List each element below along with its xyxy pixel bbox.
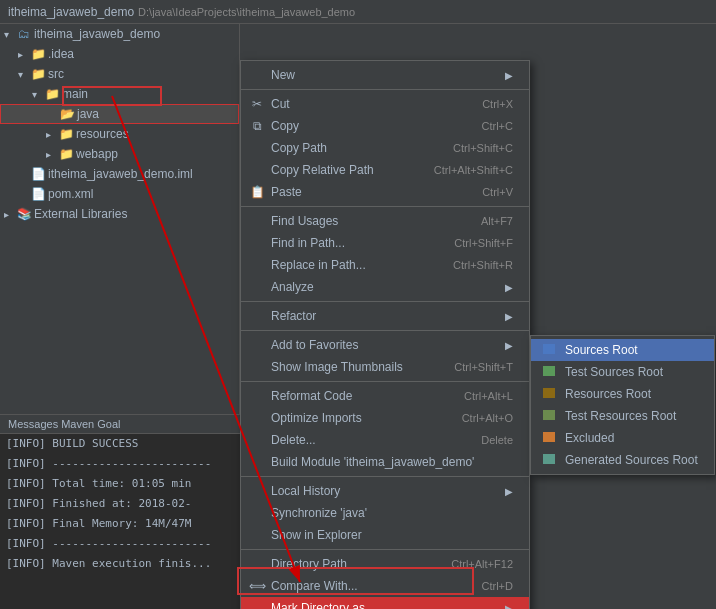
tree-item-resources[interactable]: ▸📁resources (0, 124, 239, 144)
menu-item-label: Copy Path (271, 141, 433, 155)
lib-icon: 📚 (16, 207, 32, 221)
menu-item-copy-relative[interactable]: Copy Relative PathCtrl+Alt+Shift+C (241, 159, 529, 181)
menu-item-show-explorer[interactable]: Show in Explorer (241, 524, 529, 546)
svg-rect-2 (543, 388, 555, 398)
menu-item-replace-in-path[interactable]: Replace in Path...Ctrl+Shift+R (241, 254, 529, 276)
test-sources-root-icon (543, 365, 559, 379)
tree-label: java (77, 107, 99, 121)
submenu-label: Excluded (565, 431, 614, 445)
menu-item-paste[interactable]: 📋PasteCtrl+V (241, 181, 529, 203)
menu-item-shortcut: Ctrl+Alt+O (462, 412, 513, 424)
tree-item-external[interactable]: ▸📚External Libraries (0, 204, 239, 224)
folder-icon: 📁 (58, 147, 74, 161)
submenu-label: Generated Sources Root (565, 453, 698, 467)
project-icon: 🗂 (16, 27, 32, 41)
menu-item-shortcut: Ctrl+Shift+R (453, 259, 513, 271)
submenu-arrow-icon: ▶ (505, 282, 513, 293)
tree-item-iml[interactable]: 📄itheima_javaweb_demo.iml (0, 164, 239, 184)
menu-item-analyze[interactable]: Analyze▶ (241, 276, 529, 298)
menu-item-reformat[interactable]: Reformat CodeCtrl+Alt+L (241, 385, 529, 407)
menu-separator (241, 330, 529, 331)
tree-item-pom[interactable]: 📄pom.xml (0, 184, 239, 204)
compare-with-icon: ⟺ (249, 579, 265, 593)
menu-item-copy[interactable]: ⧉CopyCtrl+C (241, 115, 529, 137)
menu-separator (241, 381, 529, 382)
project-name: itheima_javaweb_demo (8, 5, 134, 19)
tree-item-java[interactable]: 📂java (0, 104, 239, 124)
menu-item-label: Local History (271, 484, 505, 498)
submenu-label: Resources Root (565, 387, 651, 401)
tree-item-webapp[interactable]: ▸📁webapp (0, 144, 239, 164)
menu-item-label: Compare With... (271, 579, 462, 593)
menu-item-shortcut: Ctrl+Shift+T (454, 361, 513, 373)
menu-item-find-in-path[interactable]: Find in Path...Ctrl+Shift+F (241, 232, 529, 254)
submenu-item-resources-root[interactable]: Resources Root (531, 383, 714, 405)
menu-item-find-usages[interactable]: Find UsagesAlt+F7 (241, 210, 529, 232)
submenu-item-test-sources-root[interactable]: Test Sources Root (531, 361, 714, 383)
submenu-arrow-icon: ▶ (505, 311, 513, 322)
cut-icon: ✂ (249, 97, 265, 111)
menu-item-new[interactable]: New▶ (241, 64, 529, 86)
tree-label: main (62, 87, 88, 101)
tree-container: ▾🗂itheima_javaweb_demo▸📁.idea▾📁src▾📁main… (0, 24, 239, 224)
log-container: [INFO] BUILD SUCCESS[INFO] -------------… (0, 434, 240, 574)
menu-item-shortcut: Ctrl+Alt+F12 (451, 558, 513, 570)
menu-item-label: Cut (271, 97, 462, 111)
submenu-label: Sources Root (565, 343, 638, 357)
submenu-arrow-icon: ▶ (505, 603, 513, 610)
menu-item-cut[interactable]: ✂CutCtrl+X (241, 93, 529, 115)
menu-item-local-history[interactable]: Local History▶ (241, 480, 529, 502)
tree-item-src[interactable]: ▾📁src (0, 64, 239, 84)
copy-icon: ⧉ (249, 119, 265, 133)
menu-item-optimize-imports[interactable]: Optimize ImportsCtrl+Alt+O (241, 407, 529, 429)
menu-item-add-favorites[interactable]: Add to Favorites▶ (241, 334, 529, 356)
title-bar: itheima_javaweb_demo D:\java\IdeaProject… (0, 0, 716, 24)
submenu-arrow-icon: ▶ (505, 70, 513, 81)
menu-item-compare-with[interactable]: ⟺Compare With...Ctrl+D (241, 575, 529, 597)
menu-item-label: Show Image Thumbnails (271, 360, 434, 374)
excluded-icon (543, 431, 559, 445)
tree-label: resources (76, 127, 129, 141)
menu-item-directory-path[interactable]: Directory PathCtrl+Alt+F12 (241, 553, 529, 575)
menu-item-delete[interactable]: Delete...Delete (241, 429, 529, 451)
menu-item-synchronize[interactable]: Synchronize 'java' (241, 502, 529, 524)
menu-item-copy-path[interactable]: Copy PathCtrl+Shift+C (241, 137, 529, 159)
menu-item-label: Synchronize 'java' (271, 506, 513, 520)
submenu: Sources RootTest Sources RootResources R… (530, 335, 715, 475)
menu-item-shortcut: Ctrl+C (482, 120, 513, 132)
menu-item-label: Refactor (271, 309, 505, 323)
menu-item-label: Find in Path... (271, 236, 434, 250)
submenu-item-sources-root[interactable]: Sources Root (531, 339, 714, 361)
ide-window: itheima_javaweb_demo D:\java\IdeaProject… (0, 0, 716, 609)
menu-item-show-thumbnails[interactable]: Show Image ThumbnailsCtrl+Shift+T (241, 356, 529, 378)
tree-item-main[interactable]: ▾📁main (0, 84, 239, 104)
submenu-item-generated-sources[interactable]: Generated Sources Root (531, 449, 714, 471)
submenu-item-excluded[interactable]: Excluded (531, 427, 714, 449)
sources-root-icon (543, 343, 559, 357)
tree-item-idea[interactable]: ▸📁.idea (0, 44, 239, 64)
maven-icon: 📄 (30, 187, 46, 201)
context-menu: New▶✂CutCtrl+X⧉CopyCtrl+CCopy PathCtrl+S… (240, 60, 530, 609)
menu-item-mark-directory[interactable]: Mark Directory as▶ (241, 597, 529, 609)
folder-icon: 📁 (30, 47, 46, 61)
menu-item-build-module[interactable]: Build Module 'itheima_javaweb_demo' (241, 451, 529, 473)
menu-item-shortcut: Ctrl+Alt+L (464, 390, 513, 402)
submenu-item-test-resources-root[interactable]: Test Resources Root (531, 405, 714, 427)
folder-icon: 📁 (44, 87, 60, 101)
menu-item-label: New (271, 68, 505, 82)
project-path: D:\java\IdeaProjects\itheima_javaweb_dem… (138, 6, 355, 18)
tree-item-project-root[interactable]: ▾🗂itheima_javaweb_demo (0, 24, 239, 44)
log-line: [INFO] Maven execution finis... (0, 554, 240, 574)
menu-item-refactor[interactable]: Refactor▶ (241, 305, 529, 327)
log-line: [INFO] ------------------------ (0, 454, 240, 474)
log-line: [INFO] BUILD SUCCESS (0, 434, 240, 454)
tree-label: src (48, 67, 64, 81)
log-line: [INFO] ------------------------ (0, 534, 240, 554)
xml-icon: 📄 (30, 167, 46, 181)
menu-item-label: Find Usages (271, 214, 461, 228)
menu-item-label: Mark Directory as (271, 601, 505, 609)
menu-separator (241, 206, 529, 207)
menu-separator (241, 476, 529, 477)
bottom-panel: Messages Maven Goal [INFO] BUILD SUCCESS… (0, 414, 240, 609)
submenu-arrow-icon: ▶ (505, 486, 513, 497)
